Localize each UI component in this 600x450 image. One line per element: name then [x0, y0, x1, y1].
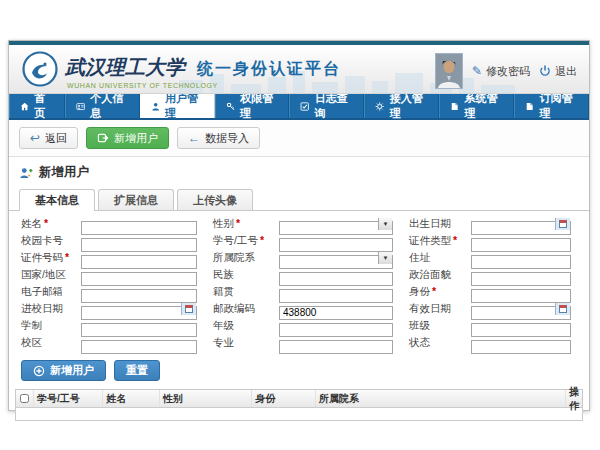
text-input[interactable]: [81, 289, 197, 303]
form-field: 民族*▼: [213, 267, 409, 283]
form-field: 所属院系*▼: [213, 250, 409, 266]
app-window: 武汉理工大学 统一身份认证平台 WUHAN UNIVERSITY OF TECH…: [8, 40, 590, 411]
form-field: 有效日期*▼: [409, 301, 587, 317]
form-field: 年级*▼: [213, 318, 409, 334]
text-input[interactable]: [279, 340, 393, 354]
book-icon: [450, 101, 459, 112]
form-field: 证件号码*▼: [21, 250, 213, 266]
nav-item-system-management[interactable]: 系统管理: [439, 94, 514, 118]
form-field: 专业*▼: [213, 335, 409, 351]
field-label: 住址*: [409, 251, 471, 265]
submit-add-user-button[interactable]: 新增用户: [21, 360, 106, 381]
add-user-section-icon: [19, 166, 33, 180]
tab-extended-info[interactable]: 扩展信息: [98, 189, 174, 210]
field-label: 进校日期*: [21, 302, 81, 316]
text-input[interactable]: [81, 340, 197, 354]
select-input[interactable]: [279, 255, 393, 269]
form-field: 邮政编码*▼: [213, 301, 409, 317]
data-import-button[interactable]: ← 数据导入: [177, 127, 260, 149]
university-logo-icon: [22, 51, 58, 87]
field-label: 政治面貌*: [409, 268, 471, 282]
app-header: 武汉理工大学 统一身份认证平台 WUHAN UNIVERSITY OF TECH…: [9, 45, 589, 94]
nav-item-permissions[interactable]: 权限管理: [215, 94, 290, 118]
field-label: 姓名*: [21, 217, 81, 231]
date-input[interactable]: [81, 306, 197, 320]
text-input[interactable]: [471, 289, 571, 303]
dropdown-arrow-icon[interactable]: ▼: [378, 218, 392, 230]
form-field: 学制*▼: [21, 318, 213, 334]
text-input[interactable]: [471, 340, 571, 354]
text-input[interactable]: [279, 289, 393, 303]
column-header: 所属院系: [316, 390, 566, 407]
field-label: 民族*: [213, 268, 279, 282]
text-input[interactable]: [81, 255, 197, 269]
nav-item-access-management[interactable]: 接入管理: [364, 94, 439, 118]
tab-upload-avatar[interactable]: 上传头像: [177, 189, 253, 210]
form-row: 校园卡号*▼ 学号/工号*▼ 证件类型*▼: [21, 233, 589, 249]
form-field: 状态*▼: [409, 335, 587, 351]
form-field: 证件类型*▼: [409, 233, 587, 249]
change-password-link[interactable]: ✎ 修改密码: [472, 64, 530, 79]
select-input[interactable]: [279, 221, 393, 235]
form-field: 出生日期*▼: [409, 216, 587, 232]
column-header: 学号/工号: [34, 390, 104, 407]
add-user-toolbar-button[interactable]: 新增用户: [86, 127, 169, 149]
nav-item-profile[interactable]: 个人信息: [65, 94, 140, 118]
text-input[interactable]: [471, 238, 571, 252]
nav-item-user-management[interactable]: 用户管理: [140, 94, 215, 118]
text-input[interactable]: [81, 221, 197, 235]
text-input[interactable]: [81, 323, 197, 337]
text-input[interactable]: [471, 272, 571, 286]
nav-item-log-query[interactable]: 日志查询: [289, 94, 364, 118]
form-field: 班级*▼: [409, 318, 587, 334]
field-label: 学制*: [21, 319, 81, 333]
calendar-icon[interactable]: [181, 303, 196, 315]
field-label: 校园卡号*: [21, 234, 81, 248]
tab-basic-info[interactable]: 基本信息: [19, 189, 95, 211]
field-label: 班级*: [409, 319, 471, 333]
key-icon: [226, 101, 235, 112]
text-input[interactable]: [279, 272, 393, 286]
text-input[interactable]: [279, 238, 393, 252]
calendar-icon[interactable]: [555, 303, 570, 315]
postal-code-input[interactable]: [279, 306, 393, 320]
change-password-label: 修改密码: [486, 64, 530, 79]
pencil-icon: ✎: [472, 64, 482, 78]
text-input[interactable]: [279, 323, 393, 337]
column-header: 操作: [566, 390, 582, 407]
dropdown-arrow-icon[interactable]: ▼: [378, 252, 392, 264]
header-titles: 武汉理工大学 统一身份认证平台 WUHAN UNIVERSITY OF TECH…: [65, 54, 341, 89]
field-label: 籍贯*: [213, 285, 279, 299]
form-row: 电子邮箱*▼ 籍贯*▼ 身份*▼: [21, 284, 589, 300]
tab-bar: 基本信息 扩展信息 上传头像: [9, 185, 589, 211]
required-star: *: [260, 234, 264, 248]
form-actions: 新增用户 重置: [9, 354, 589, 387]
text-input[interactable]: [81, 272, 197, 286]
page-title: 统一身份认证平台: [197, 59, 341, 80]
field-label: 身份*: [409, 285, 471, 299]
id-card-icon: [76, 101, 85, 112]
university-name-en: WUHAN UNIVERSITY OF TECHNOLOGY: [67, 82, 341, 89]
university-name: 武汉理工大学: [65, 54, 185, 81]
calendar-icon[interactable]: [555, 218, 570, 230]
field-label: 状态*: [409, 336, 471, 350]
form-field: 校区*▼: [21, 335, 213, 351]
select-all-checkbox[interactable]: [20, 394, 29, 403]
text-input[interactable]: [471, 323, 571, 337]
field-label: 有效日期*: [409, 302, 471, 316]
logout-link[interactable]: 退出: [539, 64, 577, 79]
user-area: ✎ 修改密码 退出: [435, 53, 577, 89]
form-field: 学号/工号*▼: [213, 233, 409, 249]
form-field: 籍贯*▼: [213, 284, 409, 300]
field-label: 年级*: [213, 319, 279, 333]
nav-item-subscription-management[interactable]: 订阅管理: [514, 94, 589, 118]
reset-button[interactable]: 重置: [114, 360, 160, 381]
field-label: 性别*: [213, 217, 279, 231]
form-field: 住址*▼: [409, 250, 587, 266]
back-button[interactable]: ↩ 返回: [19, 127, 78, 149]
text-input[interactable]: [471, 255, 571, 269]
nav-item-home[interactable]: 首页: [9, 94, 65, 118]
user-table: 学号/工号 姓名 性别 身份 所属院系 操作: [15, 389, 583, 421]
logout-label: 退出: [555, 64, 577, 79]
text-input[interactable]: [81, 238, 197, 252]
